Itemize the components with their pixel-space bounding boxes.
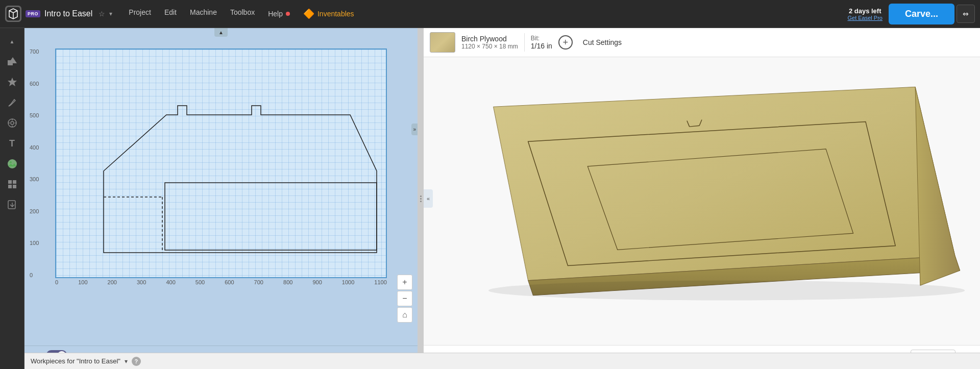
workpieces-bar: Workpieces for "Intro to Easel" ▾ ? bbox=[24, 353, 980, 369]
sidebar-tool-import[interactable] bbox=[3, 195, 21, 214]
material-header: Birch Plywood 1120 × 750 × 18 mm Bit: 1/… bbox=[424, 28, 980, 57]
nav-menu: Project Edit Machine Toolbox Help 🔶 Inve… bbox=[122, 5, 360, 22]
svg-marker-3 bbox=[8, 78, 17, 86]
divider-dot bbox=[420, 195, 422, 197]
nav-project[interactable]: Project bbox=[122, 5, 157, 22]
zoom-home-button[interactable]: ⌂ bbox=[397, 307, 412, 323]
left-collapse-icon: « bbox=[427, 195, 430, 202]
bit-section: Bit: 1/16 in bbox=[531, 35, 552, 50]
canvas-inner[interactable]: 700 600 500 400 300 200 100 0 bbox=[24, 28, 418, 346]
svg-point-12 bbox=[10, 161, 12, 163]
material-info: Birch Plywood 1120 × 750 × 18 mm bbox=[461, 35, 518, 50]
help-notification-dot bbox=[286, 12, 290, 16]
sidebar-tool-image[interactable] bbox=[3, 155, 21, 173]
main-content: ▲ bbox=[0, 28, 980, 369]
nav-help[interactable]: Help bbox=[262, 5, 296, 22]
svg-rect-15 bbox=[8, 185, 12, 188]
project-title: Intro to Easel bbox=[44, 9, 92, 18]
nav-toolbox[interactable]: Toolbox bbox=[224, 5, 261, 22]
nav-inventables[interactable]: 🔶 Inventables bbox=[297, 5, 360, 22]
x-axis-labels: 0 100 200 300 400 500 600 700 800 900 10… bbox=[55, 279, 387, 285]
3d-preview-svg bbox=[424, 57, 980, 345]
svg-marker-23 bbox=[915, 87, 960, 285]
sidebar-tool-block[interactable] bbox=[3, 175, 21, 193]
sidebar-tool-shapes[interactable] bbox=[3, 53, 21, 71]
expand-icon: ⇔ bbox=[963, 10, 969, 18]
workpieces-label: Workpieces for "Intro to Easel" bbox=[31, 357, 120, 365]
get-pro-link[interactable]: Get Easel Pro bbox=[847, 15, 882, 21]
pro-badge: PRO bbox=[26, 10, 40, 17]
sidebar-tool-star[interactable] bbox=[3, 73, 21, 91]
expand-button[interactable]: ⇔ bbox=[957, 5, 975, 23]
right-panel: « Birch Plywood 1120 × 750 × 18 mm Bit: … bbox=[424, 28, 980, 369]
divider-dot bbox=[420, 198, 422, 200]
material-name: Birch Plywood bbox=[461, 35, 518, 43]
zoom-in-button[interactable]: + bbox=[397, 275, 412, 290]
bit-label: Bit: bbox=[531, 35, 552, 42]
bit-value: 1/16 in bbox=[531, 42, 552, 50]
divider-dot bbox=[420, 201, 422, 202]
days-left-count: 2 days left bbox=[847, 7, 882, 15]
left-collapse-button[interactable]: « bbox=[424, 189, 433, 208]
zoom-controls: + − ⌂ bbox=[397, 275, 412, 323]
svg-point-11 bbox=[8, 159, 17, 168]
svg-point-29 bbox=[488, 281, 965, 301]
cut-settings-button[interactable]: Cut Settings bbox=[579, 36, 626, 48]
panel-divider[interactable] bbox=[418, 28, 424, 369]
workpieces-chevron[interactable]: ▾ bbox=[125, 358, 128, 365]
nav-edit[interactable]: Edit bbox=[158, 5, 183, 22]
material-swatch[interactable] bbox=[430, 32, 455, 53]
chevron-icon[interactable]: ▾ bbox=[109, 10, 112, 17]
grid-canvas[interactable] bbox=[55, 48, 387, 278]
material-dims: 1120 × 750 × 18 mm bbox=[461, 43, 518, 50]
zoom-out-button[interactable]: − bbox=[397, 291, 412, 306]
svg-line-4 bbox=[9, 105, 11, 106]
carve-button[interactable]: Carve... bbox=[889, 4, 954, 24]
sidebar-tool-collapse[interactable]: ▲ bbox=[3, 32, 21, 51]
svg-rect-13 bbox=[8, 180, 12, 184]
sidebar-tool-text[interactable]: T bbox=[3, 134, 21, 153]
workpieces-help-button[interactable]: ? bbox=[132, 357, 141, 366]
svg-rect-14 bbox=[13, 180, 16, 184]
days-left-section: 2 days left Get Easel Pro bbox=[847, 7, 882, 21]
inventables-icon: 🔶 bbox=[303, 8, 314, 19]
canvas-right-collapse[interactable]: » bbox=[411, 124, 418, 135]
svg-point-6 bbox=[11, 121, 14, 125]
app-icon bbox=[5, 6, 21, 22]
header-divider bbox=[524, 33, 525, 52]
add-bit-button[interactable]: + bbox=[558, 35, 573, 50]
3d-view[interactable] bbox=[424, 57, 980, 345]
collapse-right-icon: » bbox=[413, 127, 416, 132]
sidebar-tool-target[interactable] bbox=[3, 114, 21, 132]
canvas-area: ▲ 700 600 500 400 300 200 100 0 bbox=[24, 28, 418, 369]
left-sidebar: ▲ bbox=[0, 28, 24, 369]
y-axis-labels: 700 600 500 400 300 200 100 0 bbox=[30, 48, 39, 278]
logo-area: PRO Intro to Easel ☆ ▾ bbox=[5, 6, 112, 22]
sidebar-tool-pen[interactable] bbox=[3, 93, 21, 112]
star-icon[interactable]: ☆ bbox=[99, 10, 105, 18]
top-navigation: PRO Intro to Easel ☆ ▾ Project Edit Mach… bbox=[0, 0, 980, 28]
svg-marker-21 bbox=[494, 87, 955, 280]
svg-rect-16 bbox=[13, 185, 16, 188]
nav-machine[interactable]: Machine bbox=[184, 5, 223, 22]
